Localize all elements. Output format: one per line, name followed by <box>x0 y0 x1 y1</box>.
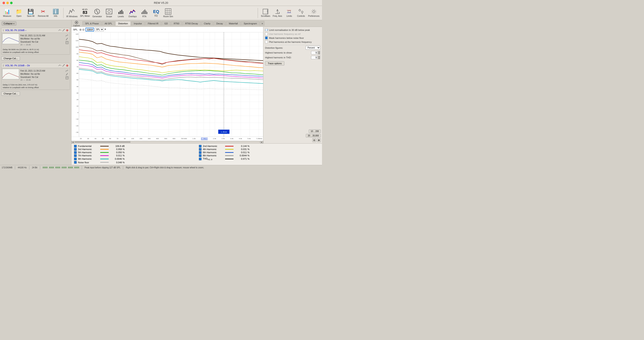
meas-pencil-icon-1[interactable] <box>66 37 68 40</box>
scroll-thumb[interactable] <box>75 142 130 143</box>
y-input[interactable]: 110.0 <box>86 28 94 31</box>
legend-value-7th: 0.011 % <box>110 154 125 157</box>
range-20-20000[interactable]: 20 .. 20,000 <box>306 134 321 138</box>
legend-cb-5th[interactable]: ✓ <box>74 151 77 154</box>
legend-cb-7th[interactable]: ✓ <box>74 154 77 157</box>
collapse-button[interactable]: Collapse « <box>2 21 16 26</box>
meas-title-2[interactable]: VOL 90- Ph 103dB – Dir <box>5 64 58 67</box>
change-cal-button-1[interactable]: Change Cal... <box>1 56 20 60</box>
spl-dropdown[interactable]: SPL <box>95 28 104 31</box>
zoom-out-button[interactable]: ⊖ <box>312 138 316 142</box>
tab-spl-phase[interactable]: SPL & Phase <box>82 21 102 26</box>
tab-filtered-ir[interactable]: Filtered IR <box>145 21 161 26</box>
measure-button[interactable]: 📊 Measure <box>2 8 12 18</box>
legend-area: ✓ Fundamental 106.8 dB ✓ 2nd Harmonic 0.… <box>72 143 322 165</box>
meas-graph-icon-2[interactable] <box>66 69 68 72</box>
tab-more[interactable]: » <box>260 21 264 26</box>
legend-cb-8th[interactable]: ✓ <box>199 154 202 157</box>
eq-button[interactable]: EQ EQ <box>151 9 162 17</box>
tab-decay[interactable]: Decay <box>214 21 226 26</box>
harmonic-thd-up[interactable]: ▲ <box>318 56 320 57</box>
meas-title-1[interactable]: VOL 90- Ph 103dB – <box>5 29 58 31</box>
zoom-in-icon[interactable]: ⊕ <box>79 28 82 31</box>
meas-pencil-icon-2[interactable] <box>66 73 68 76</box>
tab-rt60-decay[interactable]: RT60 Decay <box>182 21 201 26</box>
open-button[interactable]: 📁 Open <box>14 8 24 18</box>
tab-all-spl[interactable]: All SPL <box>102 21 115 26</box>
checkbox-mask-harmonics[interactable]: ✓ <box>265 36 268 39</box>
tab-gd[interactable]: GD <box>162 21 171 26</box>
tab-waterfall[interactable]: Waterfall <box>226 21 240 26</box>
tab-impulse[interactable]: Impulse <box>131 21 145 26</box>
legend-noise-floor: ✓ Noise floor 0.048 % <box>74 161 195 164</box>
rta-button[interactable]: RTA <box>139 8 150 18</box>
generator-button[interactable]: Generator <box>92 8 103 18</box>
meas-edit-icon-2[interactable] <box>62 64 65 67</box>
freq-axis-button[interactable]: Freq. Axis <box>272 8 283 18</box>
meas-soundcard-1: Soundcard: No Cal <box>20 40 64 43</box>
svg-point-45 <box>76 22 77 23</box>
legend-cb-6th[interactable]: ✓ <box>199 151 202 154</box>
meas-table-icon-2[interactable] <box>66 76 68 79</box>
save-all-button[interactable]: 💾 Save All <box>25 8 36 18</box>
change-cal-button-2[interactable]: Change Cal... <box>1 92 20 96</box>
chart-scrollbar[interactable]: ◂ ▸ <box>72 141 263 143</box>
meas-table-icon-1[interactable] <box>66 41 68 44</box>
room-sim-button[interactable]: Room Sim <box>162 8 174 18</box>
dropdown-arrow[interactable]: ▾ <box>105 28 108 31</box>
limits-button[interactable]: Limits <box>284 8 295 18</box>
tab-spectrogram[interactable]: Spectrogram <box>241 21 260 26</box>
capture-button[interactable]: Capture <box>72 20 81 27</box>
close-button[interactable] <box>2 2 5 4</box>
svg-rect-11 <box>146 11 146 14</box>
legend-cb-thd[interactable]: ✓ <box>199 158 202 160</box>
scope-button[interactable]: Scope <box>104 8 114 18</box>
scroll-right[interactable]: ▸ <box>260 141 263 143</box>
controls-button[interactable]: Controls <box>296 8 306 18</box>
preferences-button[interactable]: Preferences <box>307 8 320 18</box>
zoom-out-icon[interactable]: ⊖ <box>82 28 85 31</box>
fullscreen-button[interactable] <box>10 2 12 4</box>
checkbox-limit-normalisation[interactable]: ✓ <box>265 28 268 31</box>
meas-close-1[interactable]: ⊗ <box>66 28 68 32</box>
legend-cb-9th[interactable]: ✓ <box>74 158 77 160</box>
svg-point-31 <box>312 9 316 14</box>
minimize-button[interactable] <box>6 2 9 4</box>
harmonic-thd-down[interactable]: ▼ <box>318 57 320 59</box>
distortion-figures-select[interactable]: Percent <box>306 46 320 49</box>
meas-graph-icon-1[interactable] <box>66 34 68 37</box>
checkbox-plot-harmonics[interactable] <box>265 40 268 43</box>
svg-point-2 <box>108 10 110 13</box>
tab-rt60[interactable]: RT60 <box>171 21 182 26</box>
checkbox-harmonic-freq[interactable] <box>265 32 268 35</box>
meas-close-2[interactable]: ⊗ <box>66 64 68 67</box>
harmonic-show-up[interactable]: ▲ <box>318 51 320 52</box>
scroll-left[interactable]: ◂ <box>72 141 74 143</box>
legend-cb-2nd[interactable]: ✓ <box>199 145 202 148</box>
zoom-in-button[interactable]: ⊕ <box>317 138 321 142</box>
legend-cb-3rd[interactable]: ✓ <box>74 148 77 151</box>
scrollbars-button[interactable]: Scrollbars <box>260 8 271 18</box>
range-10-200[interactable]: 10 .. 200 <box>309 130 321 133</box>
highest-harmonic-thd-input[interactable] <box>311 56 318 59</box>
spl-meter-button[interactable]: dB SPL 83 SPL Meter <box>79 8 91 18</box>
legend-cb-fundamental[interactable]: ✓ <box>74 145 77 148</box>
remove-all-button[interactable]: ✂ Remove All <box>37 8 50 18</box>
trace-options-button[interactable]: Trace options <box>265 61 284 65</box>
meas-edit-icon-1[interactable] <box>62 29 65 32</box>
svg-rect-9 <box>144 10 144 14</box>
highest-harmonic-show-input[interactable] <box>311 51 318 54</box>
tab-distortion[interactable]: Distortion <box>116 21 130 26</box>
svg-point-28 <box>302 11 303 13</box>
legend-cb-4th[interactable]: ✓ <box>199 148 202 151</box>
tab-clarity[interactable]: Clarity <box>201 21 213 26</box>
legend-cb-noise[interactable]: ✓ <box>74 161 77 164</box>
levels-button[interactable]: Levels <box>116 8 126 18</box>
overlays-button[interactable]: Overlays <box>127 8 138 18</box>
info-button[interactable]: ℹ️ Info <box>50 8 61 18</box>
ir-windows-button[interactable]: IR Windows <box>66 8 78 18</box>
harmonic-show-down[interactable]: ▼ <box>318 53 320 54</box>
chart-plot-area[interactable]: 1.351k <box>79 32 263 137</box>
distortion-figures-label: Distortion figures: <box>265 47 305 49</box>
scroll-track[interactable] <box>75 141 260 143</box>
